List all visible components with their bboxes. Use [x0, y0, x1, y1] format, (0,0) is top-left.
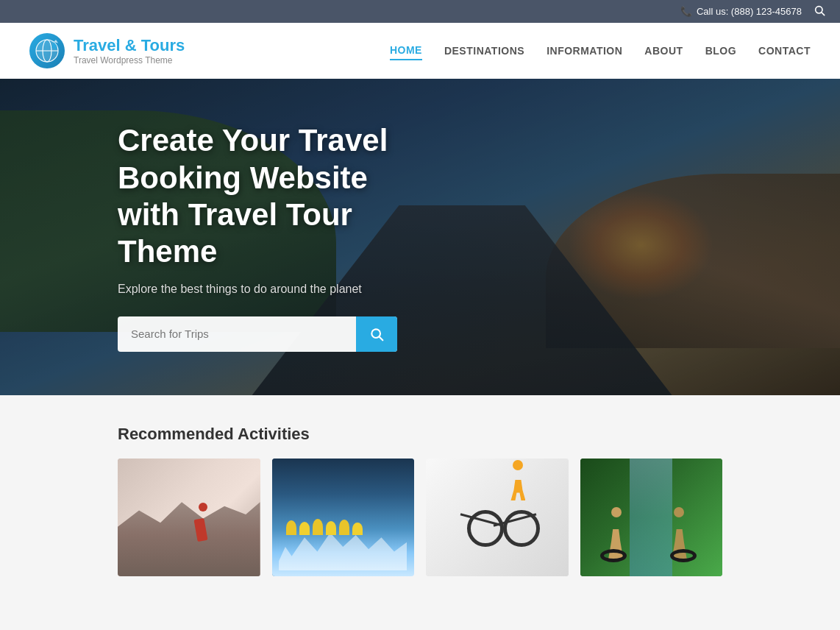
- nav-blog[interactable]: BLOG: [705, 42, 736, 60]
- activity-card-rafting[interactable]: [272, 459, 415, 576]
- search-icon[interactable]: [814, 4, 825, 18]
- call-info: 📞 Call us: (888) 123-45678: [680, 6, 802, 17]
- phone-icon: 📞: [680, 6, 692, 17]
- activity-card-climbing[interactable]: [118, 459, 260, 576]
- logo-title: Travel & Tours: [74, 36, 185, 55]
- search-button[interactable]: [356, 316, 397, 352]
- logo-text: Travel & Tours Travel Wordpress Theme: [74, 36, 185, 66]
- hero-title: Create Your Travel Booking Website with …: [118, 122, 397, 271]
- svg-line-6: [380, 337, 383, 341]
- nav-contact[interactable]: CONTACT: [758, 42, 811, 60]
- hero-content: Create Your Travel Booking Website with …: [0, 122, 515, 352]
- hero-subtitle: Explore the best things to do around the…: [118, 283, 397, 296]
- search-bar: [118, 316, 397, 352]
- call-number: Call us: (888) 123-45678: [697, 6, 802, 17]
- search-input[interactable]: [118, 317, 356, 350]
- nav-destinations[interactable]: DESTINATIONS: [444, 42, 524, 60]
- activities-grid: [118, 459, 722, 576]
- activities-title: Recommended Activities: [118, 425, 722, 444]
- nav-information[interactable]: INFORMATION: [547, 42, 622, 60]
- site-header: Travel & Tours Travel Wordpress Theme HO…: [0, 23, 840, 79]
- nav-home[interactable]: HOME: [390, 41, 422, 60]
- activity-card-tubing[interactable]: [580, 459, 723, 576]
- logo-subtitle: Travel Wordpress Theme: [74, 55, 185, 66]
- hero-section: Create Your Travel Booking Website with …: [0, 79, 840, 395]
- logo-icon: [29, 33, 65, 68]
- top-bar: 📞 Call us: (888) 123-45678: [0, 0, 840, 23]
- svg-line-1: [822, 13, 825, 15]
- nav-about[interactable]: ABOUT: [644, 42, 683, 60]
- activity-card-biking[interactable]: [426, 459, 569, 576]
- main-nav: HOME DESTINATIONS INFORMATION ABOUT BLOG…: [390, 41, 811, 60]
- activities-section: Recommended Activities: [0, 395, 840, 576]
- logo[interactable]: Travel & Tours Travel Wordpress Theme: [29, 33, 185, 68]
